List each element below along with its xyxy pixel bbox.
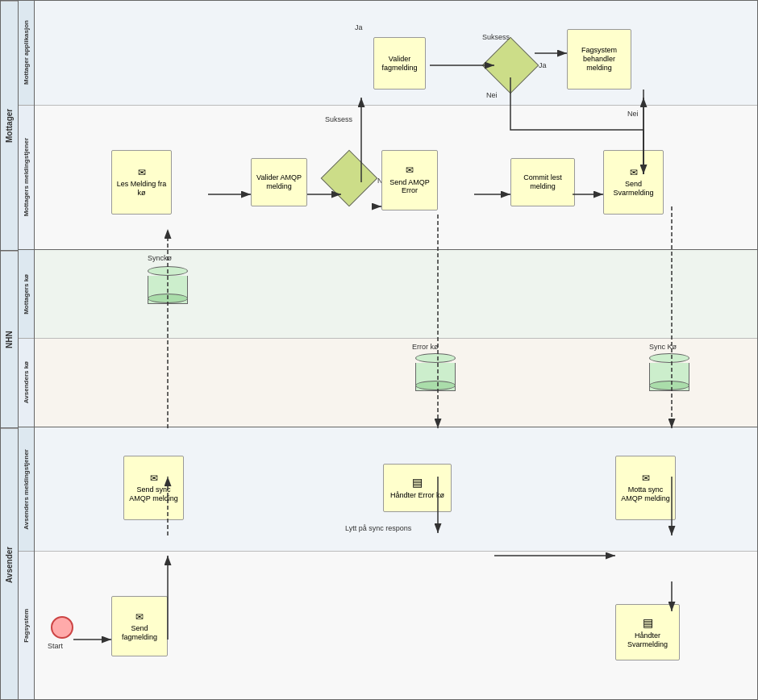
valider-fagmelding-box: Valider fagmelding — [373, 37, 426, 90]
haandter-svarmelding-box: ▤ Håndter Svarmelding — [615, 604, 680, 660]
sync-ko-label: Sync Kø — [649, 343, 677, 351]
send-sync-amqp-box: ✉ Send sync AMQP melding — [123, 456, 184, 520]
sublane-mottagers-ko: Mottagers kø — [23, 274, 30, 315]
sublane-labels: Mottager applikasjon Mottagers meldingst… — [19, 1, 35, 699]
motta-sync-amqp-box: ✉ Motta sync AMQP melding — [615, 456, 676, 520]
avsender-label-group: Avsender — [1, 428, 18, 700]
sublane-avsenders-ms: Avsenders meldingstjener — [23, 449, 30, 530]
commit-lest-box: Commit lest melding — [510, 158, 575, 206]
haandter-error-box: ▤ Håndter Error kø — [383, 464, 452, 512]
diagram-container: Mottager NHN Avsender Mottager applikasj… — [0, 0, 758, 700]
avsender-outer-label: Avsender — [1, 428, 18, 700]
mottager-outer-label: Mottager — [1, 1, 18, 250]
diamond-fag-nei: Nei — [486, 91, 498, 99]
swimlane-labels: Mottager NHN Avsender — [1, 1, 19, 699]
fagsystem-behandler-box: Fagsystem behandler melding — [567, 29, 631, 90]
nhn-label-group: NHN — [1, 251, 18, 428]
sublane-avsenders-ko: Avsenders kø — [23, 361, 30, 403]
syncko-cylinder — [148, 266, 188, 304]
row-avsenders-ko: Error kø Sync Kø — [35, 339, 757, 427]
error-ko-cylinder — [415, 353, 456, 391]
send-svarmelding-box: ✉ Send Svarmelding — [603, 150, 664, 215]
row-mottagers-ko: Synckø — [35, 250, 757, 339]
valider-amqp-box: Valider AMQP melding — [251, 158, 307, 206]
nei-label-sv: Nei — [627, 110, 639, 118]
main-diagram: Valider fagmelding Suksess Ja Nei Ja Fag… — [35, 1, 757, 699]
diamond-fag — [482, 37, 539, 94]
les-melding-box: ✉ Les Melding fra kø — [111, 150, 172, 215]
lytt-sync-label: Lytt på sync respons — [345, 524, 411, 532]
diamond-fag-label: Suksess — [482, 33, 510, 41]
nhn-outer-label: NHN — [1, 251, 18, 427]
sublane-mottager-ms: Mottagers meldingstjener — [23, 138, 30, 216]
diamond-fag-ja: Ja — [539, 61, 547, 69]
diamond-amqp — [321, 149, 378, 206]
ja-label-fag: Ja — [355, 23, 363, 31]
sync-ko-cylinder — [649, 353, 689, 391]
row-fagsystem: Start ✉ Send fagmelding ▤ Håndter Svarme… — [35, 552, 757, 699]
error-ko-label: Error kø — [412, 343, 439, 351]
row-avsenders-ms: ✉ Send sync AMQP melding ▤ Håndter Error… — [35, 427, 757, 552]
send-fagmelding-box: ✉ Send fagmelding — [111, 596, 168, 656]
send-amqp-error-box: ✉ Send AMQP Error — [381, 150, 438, 210]
syncko-label: Synckø — [148, 254, 172, 262]
mottager-label-group: Mottager — [1, 1, 18, 251]
sublane-mottager-app: Mottager applikasjon — [23, 20, 30, 85]
row-mottager-ms: Suksess Nei Nei ✉ Les Melding fra kø Val… — [35, 106, 757, 251]
start-label: Start — [48, 642, 63, 650]
suksess-label-ms: Suksess — [325, 115, 352, 123]
sublane-fagsystem: Fagsystem — [23, 609, 30, 643]
row-mottager-app: Valider fagmelding Suksess Ja Nei Ja Fag… — [35, 1, 757, 106]
start-circle — [51, 616, 73, 639]
